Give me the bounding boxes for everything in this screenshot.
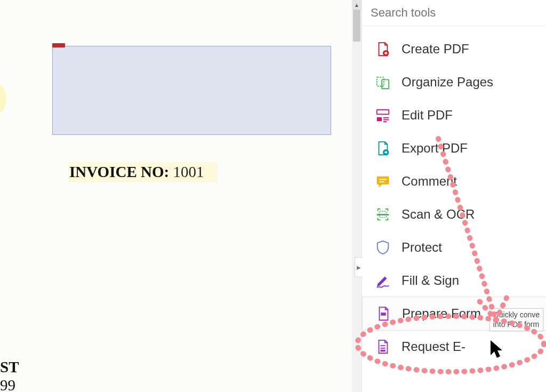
document-page: INVOICE NO: 1001 ST 99 <box>0 0 352 392</box>
form-field-box[interactable] <box>52 46 331 135</box>
scrollbar-up-button[interactable]: ▲ <box>352 0 362 10</box>
svg-rect-9 <box>380 350 385 352</box>
tool-create-pdf[interactable]: Create PDF <box>362 33 546 66</box>
scrollbar-thumb[interactable] <box>353 10 360 42</box>
tool-label: Organize Pages <box>402 75 493 90</box>
invoice-line: INVOICE NO: 1001 <box>68 162 218 182</box>
tool-label: Request E- <box>402 339 465 354</box>
tool-export-pdf[interactable]: Export PDF <box>362 132 546 165</box>
tool-label: Scan & OCR <box>402 207 475 222</box>
tool-fill-sign[interactable]: Fill & Sign <box>362 264 546 297</box>
decorative-shape <box>0 83 6 115</box>
tool-protect[interactable]: Protect <box>362 231 546 264</box>
create-pdf-icon <box>375 41 391 57</box>
svg-rect-1 <box>377 77 384 86</box>
tool-scan-ocr[interactable]: Scan & OCR <box>362 198 546 231</box>
tool-label: Protect <box>402 240 442 255</box>
tool-edit-pdf[interactable]: Edit PDF <box>362 99 546 132</box>
svg-rect-7 <box>377 214 389 215</box>
cropped-line-1: ST <box>0 358 19 376</box>
invoice-number: 1001 <box>173 163 204 180</box>
search-tools-input[interactable] <box>370 5 541 20</box>
tools-list: Create PDF Organize Pages Edit PDF Expor… <box>362 26 546 363</box>
form-field-handle[interactable] <box>52 43 65 47</box>
svg-rect-3 <box>377 110 389 114</box>
svg-rect-4 <box>377 117 382 122</box>
svg-rect-8 <box>381 313 386 316</box>
fill-sign-icon <box>375 273 391 289</box>
mouse-cursor-icon <box>489 339 507 359</box>
tool-label: Edit PDF <box>402 108 453 123</box>
tool-label: Create PDF <box>402 42 469 57</box>
protect-icon <box>375 239 391 255</box>
comment-icon <box>375 173 391 189</box>
tool-label: Fill & Sign <box>402 273 459 288</box>
tool-organize-pages[interactable]: Organize Pages <box>362 66 546 99</box>
tools-search-row <box>362 0 546 26</box>
tool-label: Prepare Form <box>402 306 481 321</box>
prepare-form-icon <box>375 306 391 322</box>
tool-request-esign[interactable]: Request E- <box>362 330 546 363</box>
tooltip: Quickly conve into PDF form <box>489 308 543 331</box>
export-pdf-icon <box>375 140 391 156</box>
tool-comment[interactable]: Comment <box>362 165 546 198</box>
organize-pages-icon <box>375 74 391 90</box>
vertical-scrollbar[interactable]: ▲ <box>352 0 362 392</box>
edit-pdf-icon <box>375 107 391 123</box>
tool-label: Export PDF <box>402 141 468 156</box>
cropped-line-2: 99 <box>0 377 19 392</box>
panel-collapse-handle[interactable]: ▶ <box>355 257 363 277</box>
tool-prepare-form[interactable]: Prepare Form Quickly conve into PDF form <box>362 297 546 331</box>
invoice-label: INVOICE NO: <box>69 163 173 180</box>
tool-label: Comment <box>402 174 457 189</box>
scan-ocr-icon <box>375 206 391 222</box>
request-esign-icon <box>375 339 391 355</box>
document-cropped-text: ST 99 <box>0 358 19 392</box>
tools-panel: ▶ Create PDF Organize Pages Edit PDF <box>362 0 546 392</box>
svg-rect-2 <box>382 79 389 89</box>
